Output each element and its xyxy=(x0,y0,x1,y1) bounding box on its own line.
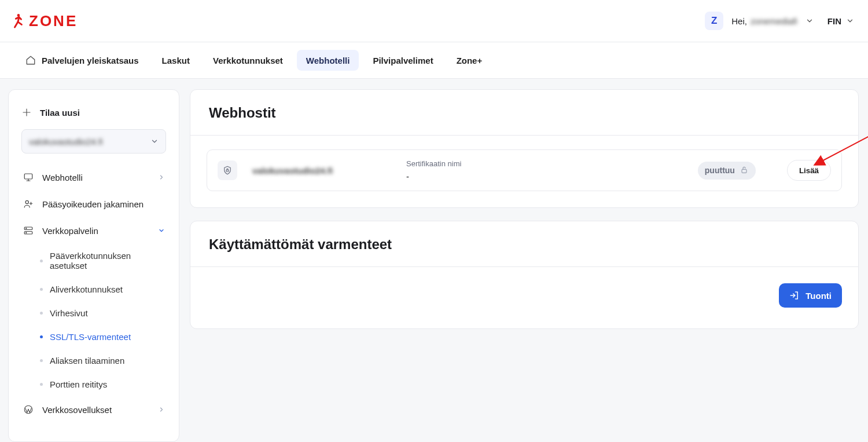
wordpress-icon xyxy=(23,404,34,415)
dot-icon xyxy=(40,335,43,338)
sidebar-item-webapps[interactable]: Verkkosovellukset xyxy=(17,397,171,422)
tab-invoices[interactable]: Laskut xyxy=(153,50,199,71)
main-content: Webhostit valokuvastudio24.fi Sertifikaa… xyxy=(190,89,859,442)
tab-cloud-label: Pilvipalvelimet xyxy=(373,56,433,65)
subitem-label: Aliaksen tilaaminen xyxy=(50,356,124,366)
unlocked-icon xyxy=(740,165,749,176)
panel-unused-certs: Käyttämättömät varmenteet Tuonti xyxy=(190,221,859,329)
user-area: Z Hei, zonemediafi FIN xyxy=(705,12,854,30)
subitem-error-pages[interactable]: Virhesivut xyxy=(36,302,171,324)
tab-domains-label: Verkkotunnukset xyxy=(213,56,283,65)
primary-nav: Palvelujen yleiskatsaus Laskut Verkkotun… xyxy=(0,42,868,79)
tab-overview-label: Palvelujen yleiskatsaus xyxy=(42,56,139,65)
dot-icon xyxy=(40,359,43,362)
webhost-row: valokuvastudio24.fi Sertifikaatin nimi -… xyxy=(207,149,842,191)
dot-icon xyxy=(40,312,43,315)
certificate-value: - xyxy=(406,171,461,181)
status-missing-badge: puuttuu xyxy=(698,162,756,180)
panel-title-unused: Käyttämättömät varmenteet xyxy=(190,221,858,266)
logo-text: zone xyxy=(29,12,78,30)
tab-invoices-label: Laskut xyxy=(162,56,190,65)
tab-webhosting-label: Webhotelli xyxy=(306,56,350,65)
tab-zoneplus[interactable]: Zone+ xyxy=(447,50,492,71)
chevron-down-icon xyxy=(150,137,159,145)
subitem-label: Pääverkkotunnuksen asetukset xyxy=(50,251,167,271)
subitem-main-domain[interactable]: Pääverkkotunnuksen asetukset xyxy=(36,245,171,276)
avatar: Z xyxy=(705,12,723,30)
svg-point-12 xyxy=(26,232,27,233)
subitem-ports[interactable]: Porttien reititys xyxy=(36,374,171,395)
user-plus-icon xyxy=(23,199,34,209)
sidebar-item-share-access[interactable]: Pääsyoikeuden jakaminen xyxy=(17,192,171,216)
shield-icon xyxy=(218,160,237,180)
chevron-right-icon xyxy=(158,405,165,415)
svg-point-0 xyxy=(17,14,20,17)
add-button-label: Lisää xyxy=(799,166,819,175)
subitem-label: Virhesivut xyxy=(50,308,88,318)
monitor-icon xyxy=(23,172,34,182)
chevron-right-icon xyxy=(158,173,165,182)
panel-title-webhosts: Webhostit xyxy=(190,90,858,135)
sidebar-item-label: Webhotelli xyxy=(42,173,83,182)
tab-webhosting[interactable]: Webhotelli xyxy=(297,50,359,71)
import-button-label: Tuonti xyxy=(806,291,832,301)
subitem-label: SSL/TLS-varmenteet xyxy=(50,332,131,342)
page: Tilaa uusi valokuvastudio24.fi Webhotell… xyxy=(0,79,868,442)
tab-domains[interactable]: Verkkotunnukset xyxy=(204,50,292,71)
panel-webhosts: Webhostit valokuvastudio24.fi Sertifikaa… xyxy=(190,89,859,208)
sidebar-item-webserver[interactable]: Verkkopalvelin xyxy=(17,218,171,243)
logo-mark-icon xyxy=(12,13,24,29)
status-text: puuttuu xyxy=(705,166,735,175)
chevron-down-icon xyxy=(846,17,854,25)
svg-rect-3 xyxy=(24,174,32,179)
sidebar-item-label: Verkkopalvelin xyxy=(42,226,98,236)
import-icon xyxy=(789,290,800,301)
home-icon xyxy=(25,55,36,65)
subitem-ssl[interactable]: SSL/TLS-varmenteet xyxy=(36,326,171,348)
subitem-label: Porttien reititys xyxy=(50,379,107,389)
dot-icon xyxy=(40,383,43,386)
sidebar-item-label: Verkkosovellukset xyxy=(42,405,112,415)
subitem-alias[interactable]: Aliaksen tilaaminen xyxy=(36,350,171,371)
language-selector[interactable]: FIN xyxy=(827,16,854,26)
tab-cloud[interactable]: Pilvipalvelimet xyxy=(363,50,442,71)
user-menu[interactable]: Z Hei, zonemediafi xyxy=(705,12,814,30)
svg-point-6 xyxy=(25,200,28,203)
domain-selector[interactable]: valokuvastudio24.fi xyxy=(21,129,166,154)
top-header: zone Z Hei, zonemediafi FIN xyxy=(0,0,868,42)
order-new-button[interactable]: Tilaa uusi xyxy=(17,105,171,129)
sidebar: Tilaa uusi valokuvastudio24.fi Webhotell… xyxy=(8,89,179,442)
svg-rect-15 xyxy=(742,169,746,173)
add-button[interactable]: Lisää xyxy=(787,160,831,181)
side-nav: Webhotelli Pääsyoikeuden jakaminen xyxy=(17,165,171,422)
chevron-down-icon xyxy=(806,17,814,25)
chevron-down-icon xyxy=(158,226,165,236)
tab-overview[interactable]: Palvelujen yleiskatsaus xyxy=(16,50,148,71)
import-button[interactable]: Tuonti xyxy=(779,283,842,308)
svg-point-11 xyxy=(26,228,27,229)
certificate-label: Sertifikaatin nimi xyxy=(406,159,461,168)
greeting: Hei, zonemediafi xyxy=(731,16,797,26)
webhost-name: valokuvastudio24.fi xyxy=(252,166,380,176)
tab-zoneplus-label: Zone+ xyxy=(457,56,483,65)
subitem-subdomains[interactable]: Aliverkkotunnukset xyxy=(36,279,171,300)
sidebar-item-label: Pääsyoikeuden jakaminen xyxy=(42,199,144,209)
dot-icon xyxy=(40,288,43,291)
greeting-prefix: Hei, xyxy=(731,16,747,26)
dot-icon xyxy=(40,260,43,262)
subitem-label: Aliverkkotunnukset xyxy=(50,284,123,294)
domain-selected-label: valokuvastudio24.fi xyxy=(29,137,103,147)
username: zonemediafi xyxy=(751,16,797,26)
certificate-column: Sertifikaatin nimi - xyxy=(406,159,461,181)
language-label: FIN xyxy=(827,16,841,26)
divider xyxy=(190,135,858,136)
logo[interactable]: zone xyxy=(12,12,78,30)
panel-actions: Tuonti xyxy=(190,267,858,328)
server-icon xyxy=(23,225,34,236)
sidebar-submenu-webserver: Pääverkkotunnuksen asetukset Aliverkkotu… xyxy=(17,245,171,395)
order-new-label: Tilaa uusi xyxy=(40,108,80,118)
sidebar-item-webhotelli[interactable]: Webhotelli xyxy=(17,165,171,189)
plus-icon xyxy=(21,107,32,118)
